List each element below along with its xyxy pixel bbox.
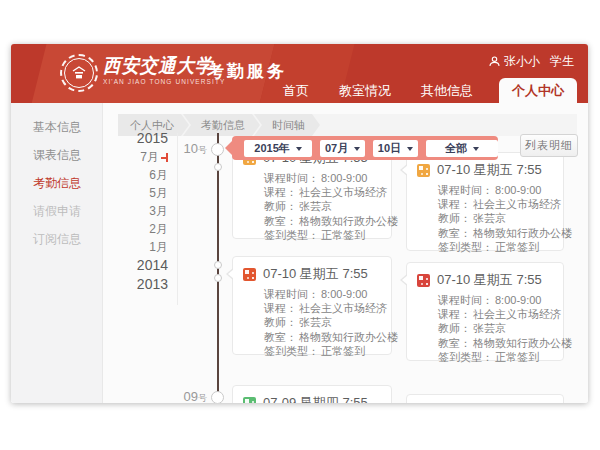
year-select[interactable]: 2015年	[244, 140, 312, 157]
rail-divider	[177, 133, 178, 305]
attendance-card[interactable]: 07-10 星期五 7:55 课程时间：8:00-9:00 课程：社会主义市场经…	[232, 256, 392, 355]
rail-month-5[interactable]: 5月	[107, 184, 168, 202]
card-row: 教师：张芸京	[438, 321, 553, 335]
breadcrumb: 个人中心 考勤信息 时间轴	[118, 114, 577, 136]
attendance-card[interactable]: 07-10 星期五 7:55 课程时间：8:00-9:00 课程：社会主义市场经…	[406, 152, 564, 251]
card-row: 教室：格物致知行政办公楼	[438, 226, 553, 240]
attendance-status-icon	[417, 164, 430, 177]
card-date-title: 07-10 星期五 7:55	[263, 265, 368, 283]
day-marker-09: 09号	[173, 387, 207, 403]
rail-year-2013[interactable]: 2013	[107, 275, 168, 294]
nav-item-personal-center[interactable]: 个人中心	[499, 78, 577, 103]
timeline-node	[211, 143, 224, 156]
card-row: 教室：格物致知行政办公楼	[438, 336, 553, 350]
card-date-title: 07-09 星期四 7:55	[263, 394, 368, 403]
nav-item-other-info[interactable]: 其他信息	[421, 78, 473, 103]
card-row: 课程时间：8:00-9:00	[264, 287, 381, 301]
sidebar-item-subscription-info[interactable]: 订阅信息	[11, 225, 102, 253]
rail-year-2015[interactable]: 2015	[107, 129, 168, 148]
day-select[interactable]: 10日	[373, 140, 418, 157]
card-row: 课程时间：8:00-9:00	[438, 293, 553, 307]
card-row: 教师：张芸京	[438, 211, 553, 225]
sidebar-item-attendance-info[interactable]: 考勤信息	[11, 169, 102, 197]
content-area: 基本信息 课表信息 考勤信息 请假申请 订阅信息 个人中心 考勤信息 时间轴 2…	[11, 103, 588, 403]
user-role: 学生	[550, 53, 574, 70]
month-select[interactable]: 07月	[320, 140, 365, 157]
sidebar: 基本信息 课表信息 考勤信息 请假申请 订阅信息	[11, 103, 103, 403]
user-name: 张小小	[504, 53, 540, 70]
rail-month-3[interactable]: 3月	[107, 202, 168, 220]
sidebar-item-basic-info[interactable]: 基本信息	[11, 113, 102, 141]
year-month-rail: 2015 7月 6月 5月 3月 2月 1月 2014 2013	[107, 129, 168, 294]
card-row: 教室：格物致知行政办公楼	[264, 214, 381, 228]
type-select[interactable]: 全部	[426, 140, 498, 157]
attendance-card[interactable]: 07-10 星期五 7:55 课程时间：8:00-9:00 课程：社会主义市场经…	[406, 262, 564, 361]
rail-year-2014[interactable]: 2014	[107, 256, 168, 275]
university-name-cn: 西安交通大学	[103, 53, 216, 77]
card-row: 课程：社会主义市场经济	[438, 307, 553, 321]
top-navigation: 首页 教室情况 其他信息 个人中心	[253, 78, 577, 103]
sidebar-item-leave-request[interactable]: 请假申请	[11, 197, 102, 225]
chevron-down-icon	[296, 147, 302, 154]
sidebar-item-schedule-info[interactable]: 课表信息	[11, 141, 102, 169]
screenshot-canvas: 西安交通大学 XI'AN JIAO TONG UNIVERSITY 考勤服务 张…	[0, 0, 600, 450]
nav-item-classrooms[interactable]: 教室情况	[339, 78, 391, 103]
breadcrumb-timeline[interactable]: 时间轴	[254, 114, 320, 136]
nav-item-home[interactable]: 首页	[283, 78, 309, 103]
user-info[interactable]: 张小小 学生	[489, 53, 574, 70]
attendance-status-icon	[243, 397, 256, 404]
person-icon	[489, 56, 500, 67]
timeline-node	[214, 274, 222, 282]
attendance-card[interactable]: 07-09 星期四 7:55	[232, 385, 392, 403]
rail-month-1[interactable]: 1月	[107, 238, 168, 256]
chevron-down-icon	[407, 147, 413, 154]
current-month-marker-icon	[161, 153, 168, 162]
card-row: 教师：张芸京	[264, 315, 381, 329]
timeline-node	[214, 261, 222, 269]
university-emblem-icon	[64, 58, 94, 88]
rail-month-2[interactable]: 2月	[107, 220, 168, 238]
card-row: 签到类型：正常签到	[438, 240, 553, 254]
card-row: 签到类型：正常签到	[264, 228, 381, 242]
card-row: 课程：社会主义市场经济	[438, 197, 553, 211]
attendance-card[interactable]	[406, 394, 564, 403]
timeline-node	[214, 163, 222, 171]
attendance-app-window: 西安交通大学 XI'AN JIAO TONG UNIVERSITY 考勤服务 张…	[11, 44, 588, 403]
card-row: 课程时间：8:00-9:00	[438, 183, 553, 197]
breadcrumb-attendance-info[interactable]: 考勤信息	[183, 114, 260, 136]
date-filter-bar: 2015年 07月 10日 全部	[232, 136, 498, 160]
chevron-down-icon	[354, 147, 360, 154]
university-logo-icon	[60, 54, 98, 92]
attendance-status-icon	[417, 274, 430, 287]
rail-month-7[interactable]: 7月	[107, 148, 168, 166]
rail-month-6[interactable]: 6月	[107, 166, 168, 184]
list-detail-button[interactable]: 列表明细	[520, 134, 578, 157]
card-row: 签到类型：正常签到	[438, 350, 553, 364]
card-date-title: 07-10 星期五 7:55	[437, 161, 542, 179]
card-row: 课程：社会主义市场经济	[264, 301, 381, 315]
app-header: 西安交通大学 XI'AN JIAO TONG UNIVERSITY 考勤服务 张…	[11, 44, 588, 103]
card-date-title: 07-10 星期五 7:55	[437, 271, 542, 289]
card-row: 课程时间：8:00-9:00	[264, 171, 381, 185]
card-row: 教师：张芸京	[264, 199, 381, 213]
day-marker-10: 10号	[173, 139, 207, 157]
card-row: 教室：格物致知行政办公楼	[264, 330, 381, 344]
chevron-down-icon	[473, 147, 479, 154]
timeline-node	[211, 391, 224, 403]
card-row: 签到类型：正常签到	[264, 344, 381, 358]
card-row: 课程：社会主义市场经济	[264, 185, 381, 199]
attendance-status-icon	[243, 268, 256, 281]
